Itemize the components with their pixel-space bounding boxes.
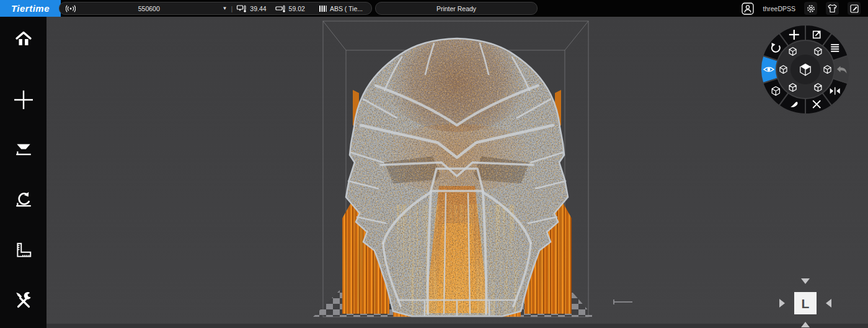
sidebar-item-maintenance[interactable] — [0, 286, 46, 314]
printer-selector[interactable]: 550600 ▼ | 39.44 59.02 ABS ( Tie... — [59, 2, 372, 15]
gear-icon — [806, 4, 816, 14]
bed-temp-icon — [275, 4, 286, 13]
sidebar — [0, 17, 46, 328]
news-button[interactable] — [848, 2, 861, 15]
sidebar-item-home[interactable] — [0, 25, 46, 53]
bed-temp-value: 59.02 — [289, 5, 305, 12]
sidebar-item-calibrate[interactable] — [0, 237, 46, 264]
shirt-icon — [827, 4, 838, 13]
separator: | — [231, 5, 232, 12]
account-label[interactable]: threeDPSS — [763, 5, 795, 12]
settings-button[interactable] — [804, 2, 817, 15]
news-icon — [849, 4, 859, 14]
user-icon[interactable] — [742, 2, 754, 15]
status-text: Printer Ready — [436, 5, 476, 12]
printer-status[interactable]: Printer Ready — [375, 2, 538, 15]
print-icon — [14, 140, 33, 159]
sidebar-item-add-model[interactable] — [0, 86, 46, 113]
sidebar-item-reslice[interactable] — [0, 187, 46, 215]
viewport-3d[interactable]: L — [46, 17, 868, 328]
radial-menu — [761, 25, 850, 114]
printer-id: 550600 — [76, 5, 223, 12]
reslice-icon — [14, 192, 33, 210]
material-value: ABS ( Tie... — [330, 5, 363, 12]
wireless-signal-icon — [66, 4, 76, 13]
nozzle-temp-value: 39.44 — [250, 5, 266, 12]
chevron-down-icon[interactable]: ▼ — [223, 6, 228, 11]
sidebar-item-print[interactable] — [0, 136, 46, 163]
material-icon — [319, 4, 327, 13]
brand-logo[interactable]: Tiertime — [0, 0, 61, 17]
shirt-button[interactable] — [826, 2, 839, 15]
nav-cube-label: L — [802, 296, 810, 311]
home-icon — [14, 30, 33, 48]
ruler-icon — [14, 241, 33, 260]
plus-icon — [13, 89, 34, 110]
nozzle-temp-icon — [236, 4, 247, 13]
top-bar: Tiertime 550600 ▼ | 39.44 59.02 — [0, 0, 868, 17]
scene-3d: L — [46, 17, 868, 328]
viewport-bottom-edge — [46, 324, 868, 328]
tools-icon — [14, 290, 33, 310]
